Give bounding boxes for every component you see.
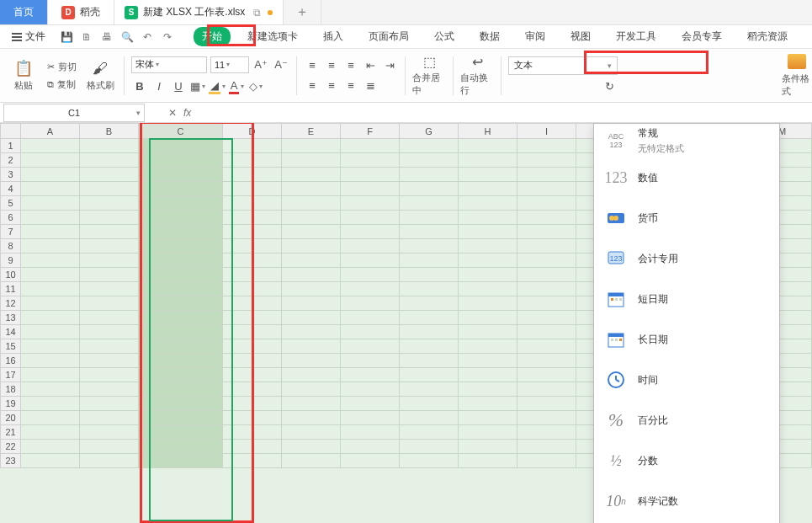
row-header[interactable]: 6 (1, 211, 21, 225)
column-header[interactable]: A (21, 124, 80, 139)
save-as-icon[interactable]: 🗎 (79, 29, 94, 45)
format-option-percent[interactable]: %百分比 (594, 400, 779, 440)
align-right-icon[interactable]: ≡ (342, 77, 359, 94)
cell[interactable] (400, 182, 459, 196)
cell[interactable] (517, 225, 576, 239)
cell[interactable] (282, 196, 341, 211)
cell[interactable] (223, 296, 282, 311)
cell[interactable] (80, 397, 139, 411)
cell[interactable] (21, 225, 80, 239)
cell[interactable] (400, 153, 459, 168)
row-header[interactable]: 8 (1, 239, 21, 253)
cell[interactable] (459, 425, 517, 440)
indent-increase-icon[interactable]: ⇥ (381, 57, 398, 74)
cell[interactable] (341, 268, 400, 282)
column-header[interactable]: E (282, 124, 341, 139)
ribbon-tab-review[interactable]: 审阅 (517, 27, 554, 46)
cell[interactable] (400, 239, 459, 253)
cell[interactable] (341, 139, 400, 153)
row-header[interactable]: 22 (1, 440, 21, 454)
cell[interactable] (139, 425, 223, 440)
cell[interactable] (341, 253, 400, 268)
align-middle-icon[interactable]: ≡ (323, 57, 340, 74)
cell[interactable] (80, 440, 139, 454)
cell[interactable] (80, 196, 139, 211)
cell[interactable] (517, 339, 576, 354)
cell[interactable] (459, 182, 517, 196)
conditional-format-button[interactable]: 条件格式 (782, 49, 812, 103)
cell[interactable] (517, 440, 576, 454)
refresh-icon[interactable]: ↻ (601, 78, 618, 95)
tab-docer[interactable]: D 稻壳 (48, 0, 114, 24)
italic-button[interactable]: I (151, 78, 167, 95)
cell[interactable] (223, 368, 282, 382)
font-name-select[interactable]: 宋体 (131, 56, 207, 73)
cell[interactable] (282, 282, 341, 296)
cell[interactable] (517, 397, 576, 411)
format-option-currency[interactable]: 货币 (594, 198, 779, 238)
cell[interactable] (223, 211, 282, 225)
cell[interactable] (139, 368, 223, 382)
cell[interactable] (459, 411, 517, 425)
cell[interactable] (21, 196, 80, 211)
cell[interactable] (21, 454, 80, 468)
cell[interactable] (139, 382, 223, 397)
preview-icon[interactable]: 🔍 (119, 29, 135, 45)
cell[interactable] (459, 253, 517, 268)
cell[interactable] (139, 211, 223, 225)
cell[interactable] (223, 397, 282, 411)
cell[interactable] (223, 440, 282, 454)
cell[interactable] (459, 196, 517, 211)
cell[interactable] (400, 454, 459, 468)
cell[interactable] (223, 225, 282, 239)
cell[interactable] (341, 425, 400, 440)
cancel-icon[interactable]: ✕ (168, 107, 177, 119)
cell[interactable] (80, 239, 139, 253)
ribbon-tab-layout[interactable]: 页面布局 (360, 27, 417, 46)
cell[interactable] (139, 268, 223, 282)
indent-decrease-icon[interactable]: ⇤ (362, 57, 379, 74)
sheet-grid[interactable]: ABCDEFGHIM123456789101112131415161718192… (0, 123, 812, 523)
cell[interactable] (517, 282, 576, 296)
grow-font-icon[interactable]: A⁺ (252, 56, 269, 73)
row-header[interactable]: 17 (1, 368, 21, 382)
cell[interactable] (80, 354, 139, 368)
cell[interactable] (223, 282, 282, 296)
cell[interactable] (21, 282, 80, 296)
cell[interactable] (223, 411, 282, 425)
cell[interactable] (282, 368, 341, 382)
cell[interactable] (21, 339, 80, 354)
cell[interactable] (223, 239, 282, 253)
cell[interactable] (341, 311, 400, 325)
cell[interactable] (80, 454, 139, 468)
cell[interactable] (139, 311, 223, 325)
column-header[interactable]: D (223, 124, 282, 139)
cell[interactable] (223, 354, 282, 368)
cell[interactable] (80, 311, 139, 325)
cell[interactable] (80, 139, 139, 153)
cell[interactable] (517, 382, 576, 397)
cell[interactable] (400, 325, 459, 339)
row-header[interactable]: 9 (1, 253, 21, 268)
cell[interactable] (21, 168, 80, 182)
cell[interactable] (400, 139, 459, 153)
cell[interactable] (341, 296, 400, 311)
cell[interactable] (139, 325, 223, 339)
tab-home[interactable]: 首页 (0, 0, 48, 24)
format-option-longdate[interactable]: 长日期 (594, 319, 779, 360)
cell[interactable] (282, 139, 341, 153)
cell[interactable] (80, 296, 139, 311)
copy-button[interactable]: ⧉复制 (44, 77, 80, 93)
row-header[interactable]: 21 (1, 425, 21, 440)
cell[interactable] (21, 268, 80, 282)
font-size-select[interactable]: 11 (210, 56, 249, 73)
cell[interactable] (139, 239, 223, 253)
cell[interactable] (341, 153, 400, 168)
cell[interactable] (80, 253, 139, 268)
cell[interactable] (341, 382, 400, 397)
cell[interactable] (139, 296, 223, 311)
cell[interactable] (80, 282, 139, 296)
column-header[interactable]: B (80, 124, 139, 139)
cell[interactable] (80, 153, 139, 168)
shrink-font-icon[interactable]: A⁻ (273, 56, 289, 73)
